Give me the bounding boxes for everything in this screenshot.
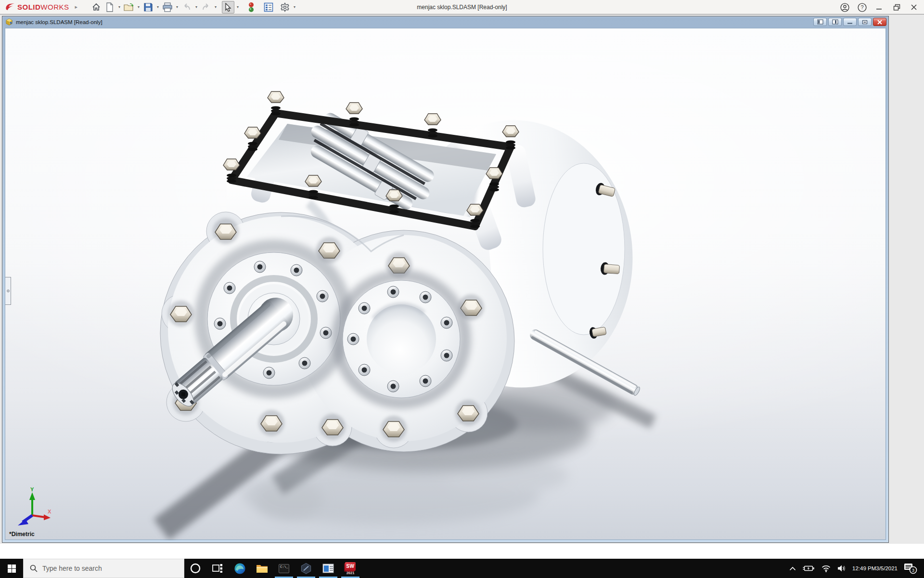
help-icon: ? xyxy=(858,3,867,12)
action-center-button[interactable]: 3 xyxy=(900,559,924,578)
select-tool-button[interactable] xyxy=(222,1,234,13)
open-button[interactable] xyxy=(123,1,135,13)
redo-button[interactable] xyxy=(200,1,212,13)
edge-icon xyxy=(234,563,246,575)
graphics-viewport[interactable]: Y X *Dimetric xyxy=(5,28,886,540)
doc-restore-icon xyxy=(862,20,868,25)
window-app-button[interactable] xyxy=(317,559,339,578)
solidworks-logo: SOLIDWORKS ▸ xyxy=(0,0,81,14)
document-title: menjac sklop.SLDASM [Read-only] xyxy=(16,19,103,25)
notification-icon: 3 xyxy=(904,563,917,574)
settings-dropdown[interactable]: ▾ xyxy=(292,5,297,9)
system-tray: 12:49 PM 3/5/2021 3 xyxy=(786,559,924,578)
pane-left-button[interactable] xyxy=(813,18,827,26)
command-prompt-button[interactable]: C:\_ xyxy=(273,559,295,578)
save-dropdown[interactable]: ▾ xyxy=(155,5,160,9)
restore-icon xyxy=(893,4,900,11)
home-button[interactable] xyxy=(90,1,103,13)
status-bar xyxy=(0,544,924,559)
assembly-document-icon xyxy=(5,18,13,26)
undo-dropdown[interactable]: ▾ xyxy=(194,5,199,9)
windows-logo-icon xyxy=(8,565,16,573)
tray-time: 12:49 PM xyxy=(852,565,876,572)
network-status-button[interactable] xyxy=(818,559,834,578)
tray-date: 3/5/2021 xyxy=(876,565,898,572)
clock[interactable]: 12:49 PM 3/5/2021 xyxy=(849,559,900,578)
search-placeholder: Type here to search xyxy=(42,565,102,572)
new-document-button[interactable] xyxy=(103,1,116,13)
account-button[interactable] xyxy=(837,1,852,13)
new-document-icon xyxy=(105,2,114,12)
reference-triad: Y X xyxy=(14,486,51,527)
battery-status-button[interactable] xyxy=(799,559,818,578)
view-orientation-label: *Dimetric xyxy=(9,531,35,538)
brand-solid: SOLID xyxy=(17,3,40,11)
triad-x-label: X xyxy=(48,509,51,514)
cortana-icon xyxy=(190,563,201,574)
file-explorer-icon xyxy=(256,564,268,574)
pane-left-icon xyxy=(817,19,823,25)
solidworks-taskbar-button[interactable]: SW 2021 xyxy=(339,559,361,578)
taskbar-search-input[interactable]: Type here to search xyxy=(23,559,184,578)
window-app-icon xyxy=(322,564,334,573)
print-dropdown[interactable]: ▾ xyxy=(175,5,180,9)
traffic-light-icon xyxy=(248,2,254,13)
feature-manager-collapsed-tab[interactable] xyxy=(5,277,11,305)
search-icon xyxy=(30,565,38,572)
open-dropdown[interactable]: ▾ xyxy=(136,5,141,9)
hexagon-app-icon xyxy=(300,563,312,574)
close-icon xyxy=(911,4,917,11)
wifi-icon xyxy=(821,565,831,572)
new-dropdown[interactable]: ▾ xyxy=(117,5,122,9)
pane-right-icon xyxy=(832,19,838,25)
svg-text:?: ? xyxy=(860,4,863,10)
home-icon xyxy=(91,2,101,12)
solidworks-2021-icon: SW 2021 xyxy=(345,562,356,575)
settings-button[interactable] xyxy=(279,1,291,13)
document-window-controls xyxy=(813,18,886,26)
start-button[interactable] xyxy=(0,559,23,578)
document-titlebar[interactable]: menjac sklop.SLDASM [Read-only] xyxy=(2,16,888,27)
taskbar-apps: C:\_ SW 2021 xyxy=(184,559,361,578)
document-window: menjac sklop.SLDASM [Read-only] xyxy=(2,16,889,543)
undo-button[interactable] xyxy=(180,1,193,13)
doc-close-icon xyxy=(877,20,883,25)
restore-button[interactable] xyxy=(889,1,904,13)
print-button[interactable] xyxy=(161,1,174,13)
save-icon xyxy=(143,2,153,12)
close-button[interactable] xyxy=(907,1,921,13)
select-dropdown[interactable]: ▾ xyxy=(235,5,240,9)
resource-monitor-button[interactable] xyxy=(245,1,257,13)
command-prompt-icon: C:\_ xyxy=(279,564,289,573)
gearbox-assembly-model xyxy=(5,28,886,540)
save-button[interactable] xyxy=(142,1,154,13)
options-list-button[interactable] xyxy=(262,1,275,13)
volume-button[interactable] xyxy=(834,559,849,578)
front-flange xyxy=(160,212,514,454)
redo-icon xyxy=(201,3,211,12)
task-view-button[interactable] xyxy=(206,559,229,578)
help-button[interactable]: ? xyxy=(855,1,869,13)
brand-expand-arrow-icon[interactable]: ▸ xyxy=(75,4,78,10)
tab-grip-dot xyxy=(7,289,10,292)
file-explorer-button[interactable] xyxy=(251,559,273,578)
print-icon xyxy=(162,2,173,12)
redo-dropdown[interactable]: ▾ xyxy=(213,5,218,9)
tray-overflow-button[interactable] xyxy=(786,559,799,578)
doc-restore-button[interactable] xyxy=(858,18,872,26)
undo-icon xyxy=(182,3,192,12)
triad-y-label: Y xyxy=(30,486,34,492)
secondary-bearing-cover xyxy=(338,276,465,403)
hex-app-button[interactable] xyxy=(295,559,317,578)
taskbar: Type here to search C:\_ xyxy=(0,559,924,578)
pane-right-button[interactable] xyxy=(828,18,842,26)
app-window-controls: ? xyxy=(837,0,921,14)
edge-button[interactable] xyxy=(229,559,251,578)
doc-close-button[interactable] xyxy=(873,18,886,26)
minimize-button[interactable] xyxy=(872,1,886,13)
brand-text: SOLIDWORKS xyxy=(17,3,69,11)
doc-minimize-button[interactable] xyxy=(843,18,857,26)
notification-count-badge: 3 xyxy=(912,567,914,573)
cortana-button[interactable] xyxy=(184,559,206,578)
standard-toolbar: ▾ ▾ ▾ ▾ ▾ ▾ ▾ ▾ xyxy=(90,1,297,13)
